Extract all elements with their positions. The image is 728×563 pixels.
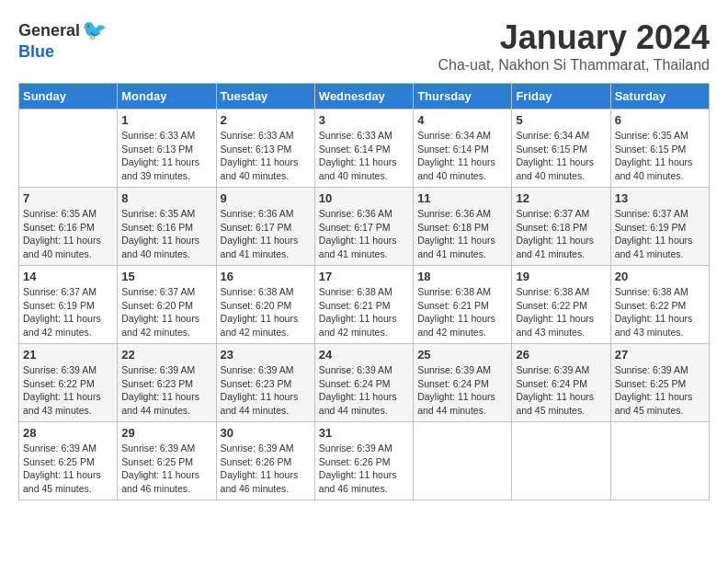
day-number: 20	[615, 270, 705, 283]
day-info: Sunrise: 6:37 AMSunset: 6:20 PMDaylight:…	[121, 285, 211, 339]
day-number: 26	[516, 348, 606, 362]
day-cell: 14Sunrise: 6:37 AMSunset: 6:19 PMDayligh…	[19, 266, 118, 344]
logo-bird-icon: 🐦	[82, 18, 107, 42]
day-cell	[19, 109, 118, 188]
day-number: 2	[221, 113, 311, 127]
day-number: 3	[319, 113, 409, 127]
day-number: 10	[319, 191, 409, 205]
day-info: Sunrise: 6:36 AMSunset: 6:17 PMDaylight:…	[319, 207, 409, 261]
day-info: Sunrise: 6:38 AMSunset: 6:22 PMDaylight:…	[516, 285, 606, 339]
day-info: Sunrise: 6:37 AMSunset: 6:19 PMDaylight:…	[615, 207, 705, 261]
logo: General 🐦 Blue	[18, 18, 107, 62]
day-cell: 16Sunrise: 6:38 AMSunset: 6:20 PMDayligh…	[216, 266, 314, 344]
day-number: 21	[23, 348, 113, 362]
day-number: 22	[121, 348, 211, 362]
day-info: Sunrise: 6:37 AMSunset: 6:19 PMDaylight:…	[23, 285, 113, 339]
day-cell: 20Sunrise: 6:38 AMSunset: 6:22 PMDayligh…	[610, 266, 709, 344]
day-number: 28	[23, 426, 113, 440]
day-cell: 18Sunrise: 6:38 AMSunset: 6:21 PMDayligh…	[414, 266, 512, 344]
day-number: 1	[121, 113, 211, 127]
column-header-sunday: Sunday	[19, 84, 118, 109]
day-number: 13	[615, 191, 705, 205]
day-cell: 7Sunrise: 6:35 AMSunset: 6:16 PMDaylight…	[19, 188, 118, 266]
day-cell: 10Sunrise: 6:36 AMSunset: 6:17 PMDayligh…	[314, 188, 413, 266]
day-cell: 25Sunrise: 6:39 AMSunset: 6:24 PMDayligh…	[414, 344, 512, 422]
day-number: 24	[319, 348, 409, 362]
day-cell: 8Sunrise: 6:35 AMSunset: 6:16 PMDaylight…	[118, 188, 216, 266]
day-cell: 22Sunrise: 6:39 AMSunset: 6:23 PMDayligh…	[118, 344, 216, 422]
day-cell: 28Sunrise: 6:39 AMSunset: 6:25 PMDayligh…	[19, 422, 118, 500]
week-row-3: 14Sunrise: 6:37 AMSunset: 6:19 PMDayligh…	[19, 266, 710, 344]
column-header-wednesday: Wednesday	[314, 84, 413, 109]
day-cell: 6Sunrise: 6:35 AMSunset: 6:15 PMDaylight…	[610, 109, 709, 188]
day-info: Sunrise: 6:39 AMSunset: 6:24 PMDaylight:…	[516, 363, 606, 418]
day-number: 5	[516, 113, 606, 127]
day-info: Sunrise: 6:38 AMSunset: 6:20 PMDaylight:…	[221, 285, 311, 339]
calendar-body: 1Sunrise: 6:33 AMSunset: 6:13 PMDaylight…	[19, 109, 710, 500]
day-info: Sunrise: 6:38 AMSunset: 6:21 PMDaylight:…	[319, 285, 409, 339]
day-info: Sunrise: 6:39 AMSunset: 6:23 PMDaylight:…	[221, 363, 311, 418]
day-number: 12	[516, 191, 606, 205]
day-cell: 29Sunrise: 6:39 AMSunset: 6:25 PMDayligh…	[118, 422, 216, 500]
day-cell	[610, 422, 709, 500]
day-number: 4	[417, 113, 507, 127]
day-info: Sunrise: 6:39 AMSunset: 6:23 PMDaylight:…	[121, 363, 211, 418]
column-header-tuesday: Tuesday	[216, 84, 314, 109]
day-number: 29	[121, 426, 211, 440]
day-cell: 23Sunrise: 6:39 AMSunset: 6:23 PMDayligh…	[216, 344, 314, 422]
day-info: Sunrise: 6:36 AMSunset: 6:18 PMDaylight:…	[417, 207, 507, 261]
week-row-4: 21Sunrise: 6:39 AMSunset: 6:22 PMDayligh…	[19, 344, 710, 422]
day-number: 30	[221, 426, 311, 440]
day-info: Sunrise: 6:35 AMSunset: 6:16 PMDaylight:…	[23, 207, 113, 261]
day-info: Sunrise: 6:39 AMSunset: 6:24 PMDaylight:…	[417, 363, 507, 418]
calendar-header: SundayMondayTuesdayWednesdayThursdayFrid…	[19, 84, 710, 109]
day-info: Sunrise: 6:39 AMSunset: 6:25 PMDaylight:…	[121, 442, 211, 496]
day-info: Sunrise: 6:35 AMSunset: 6:15 PMDaylight:…	[615, 129, 705, 183]
day-number: 18	[417, 270, 507, 283]
day-info: Sunrise: 6:39 AMSunset: 6:22 PMDaylight:…	[23, 363, 113, 418]
column-header-monday: Monday	[118, 84, 216, 109]
day-cell	[414, 422, 512, 500]
header-row: SundayMondayTuesdayWednesdayThursdayFrid…	[19, 84, 710, 109]
day-cell: 13Sunrise: 6:37 AMSunset: 6:19 PMDayligh…	[610, 188, 709, 266]
day-number: 25	[417, 348, 507, 362]
day-number: 19	[516, 270, 606, 283]
day-number: 15	[121, 270, 211, 283]
column-header-friday: Friday	[512, 84, 610, 109]
day-info: Sunrise: 6:34 AMSunset: 6:14 PMDaylight:…	[417, 129, 507, 183]
day-number: 16	[221, 270, 311, 283]
location-title: Cha-uat, Nakhon Si Thammarat, Thailand	[438, 57, 710, 74]
logo-blue-text: Blue	[18, 42, 54, 62]
day-cell: 5Sunrise: 6:34 AMSunset: 6:15 PMDaylight…	[512, 109, 610, 188]
week-row-5: 28Sunrise: 6:39 AMSunset: 6:25 PMDayligh…	[19, 422, 710, 500]
day-number: 31	[319, 426, 409, 440]
day-info: Sunrise: 6:34 AMSunset: 6:15 PMDaylight:…	[516, 129, 606, 183]
day-cell: 24Sunrise: 6:39 AMSunset: 6:24 PMDayligh…	[314, 344, 413, 422]
day-number: 14	[23, 270, 113, 283]
day-info: Sunrise: 6:33 AMSunset: 6:14 PMDaylight:…	[319, 129, 409, 183]
column-header-thursday: Thursday	[414, 84, 512, 109]
day-info: Sunrise: 6:39 AMSunset: 6:26 PMDaylight:…	[319, 442, 409, 496]
month-title: January 2024	[438, 18, 710, 57]
day-cell: 4Sunrise: 6:34 AMSunset: 6:14 PMDaylight…	[414, 109, 512, 188]
week-row-1: 1Sunrise: 6:33 AMSunset: 6:13 PMDaylight…	[19, 109, 710, 188]
day-cell: 15Sunrise: 6:37 AMSunset: 6:20 PMDayligh…	[118, 266, 216, 344]
title-block: January 2024 Cha-uat, Nakhon Si Thammara…	[438, 18, 710, 74]
day-number: 27	[615, 348, 705, 362]
logo-general-text: General	[18, 21, 80, 40]
day-info: Sunrise: 6:36 AMSunset: 6:17 PMDaylight:…	[221, 207, 311, 261]
day-cell: 11Sunrise: 6:36 AMSunset: 6:18 PMDayligh…	[414, 188, 512, 266]
day-number: 9	[221, 191, 311, 205]
day-cell: 30Sunrise: 6:39 AMSunset: 6:26 PMDayligh…	[216, 422, 314, 500]
day-number: 6	[615, 113, 705, 127]
day-number: 11	[417, 191, 507, 205]
day-info: Sunrise: 6:33 AMSunset: 6:13 PMDaylight:…	[221, 129, 311, 183]
day-cell	[512, 422, 610, 500]
day-number: 7	[23, 191, 113, 205]
day-cell: 2Sunrise: 6:33 AMSunset: 6:13 PMDaylight…	[216, 109, 314, 188]
day-cell: 9Sunrise: 6:36 AMSunset: 6:17 PMDaylight…	[216, 188, 314, 266]
day-cell: 26Sunrise: 6:39 AMSunset: 6:24 PMDayligh…	[512, 344, 610, 422]
day-info: Sunrise: 6:38 AMSunset: 6:21 PMDaylight:…	[417, 285, 507, 339]
day-cell: 19Sunrise: 6:38 AMSunset: 6:22 PMDayligh…	[512, 266, 610, 344]
day-number: 8	[121, 191, 211, 205]
